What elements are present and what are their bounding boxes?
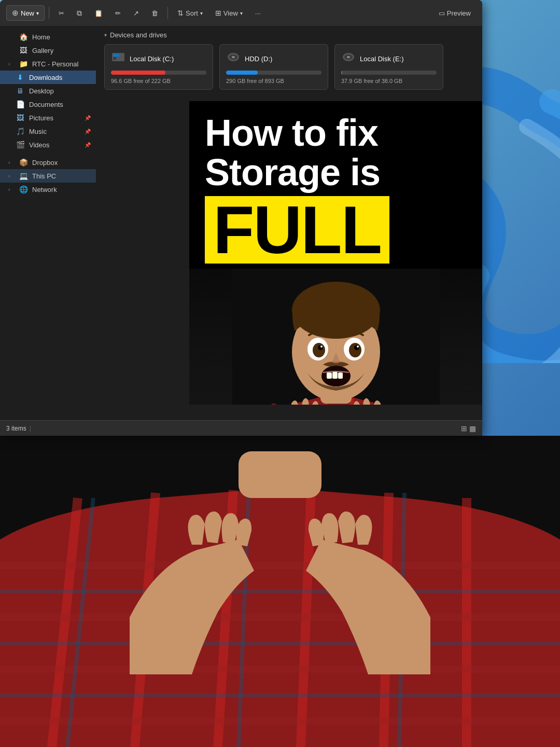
sidebar-item-downloads[interactable]: ⬇ Downloads (0, 71, 96, 84)
gallery-icon: 🖼 (19, 46, 28, 54)
sidebar-item-pictures[interactable]: 🖼 Pictures 📌 (0, 111, 96, 125)
more-button[interactable]: ··· (250, 7, 266, 20)
drive-d-info: 290 GB free of 893 GB (226, 78, 321, 84)
preview-button[interactable]: ▭ Preview (433, 7, 476, 20)
new-chevron-icon: ▾ (36, 10, 39, 16)
new-button[interactable]: ⊕ New ▾ (6, 5, 45, 21)
sidebar-item-downloads-label: Downloads (29, 74, 62, 81)
rtc-icon: 📁 (19, 60, 28, 68)
grid-view-icon[interactable]: ⊞ (461, 424, 467, 433)
dropbox-arrow: › (8, 160, 15, 165)
devices-header: ▾ Devices and drives (104, 31, 474, 39)
copy-icon: ⧉ (77, 9, 82, 18)
sidebar-item-pictures-label: Pictures (29, 114, 53, 122)
thispc-arrow: › (8, 173, 15, 179)
view-chevron-icon: ▾ (240, 10, 243, 16)
music-pin-icon: 📌 (85, 129, 91, 134)
network-icon: 🌐 (19, 185, 28, 193)
delete-icon: 🗑 (151, 9, 158, 17)
toolbar-separator-2 (167, 7, 168, 19)
sort-button-label: Sort (186, 9, 198, 17)
main-area: 🏠 Home 🖼 Gallery › 📁 RTC - Personal ⬇ Do… (0, 26, 482, 420)
svg-rect-31 (327, 372, 332, 379)
sidebar-item-desktop[interactable]: 🖥 Desktop (0, 84, 96, 98)
devices-title: Devices and drives (110, 31, 167, 39)
preview-icon: ▭ (439, 9, 445, 17)
sidebar-item-videos[interactable]: 🎬 Videos 📌 (0, 138, 96, 151)
pictures-pin-icon: 📌 (85, 115, 91, 121)
sidebar-item-documents-label: Documents (29, 101, 63, 108)
new-icon: ⊕ (12, 8, 19, 18)
list-view-icon[interactable]: ▦ (469, 424, 476, 433)
thispc-icon: 💻 (19, 172, 28, 180)
file-explorer-window: ⊕ New ▾ ✂ ⧉ 📋 ✏ ↗ 🗑 ⇅ Sort ▾ (0, 0, 482, 436)
view-icon: ⊞ (215, 9, 221, 17)
desktop-icon: 🖥 (16, 87, 25, 95)
sidebar-item-home-label: Home (32, 33, 50, 41)
thumbnail-text-block: How to fix Storage is FULL (189, 101, 482, 269)
bottom-photo-area (0, 436, 560, 747)
dropbox-icon: 📦 (19, 158, 28, 167)
drive-c-info: 96.6 GB free of 222 GB (111, 78, 206, 84)
view-button[interactable]: ⊞ View ▾ (210, 6, 248, 20)
sidebar-item-thispc[interactable]: › 💻 This PC (0, 169, 96, 183)
svg-point-24 (313, 343, 325, 357)
sidebar: 🏠 Home 🖼 Gallery › 📁 RTC - Personal ⬇ Do… (0, 26, 96, 420)
documents-icon: 📄 (16, 100, 25, 108)
new-button-label: New (21, 9, 34, 17)
sidebar-item-music[interactable]: 🎵 Music 📌 (0, 125, 96, 138)
share-button[interactable]: ↗ (128, 7, 144, 20)
cut-button[interactable]: ✂ (53, 7, 69, 20)
preview-button-label: Preview (447, 9, 471, 17)
person-face-area (189, 269, 482, 405)
paste-button[interactable]: 📋 (89, 7, 108, 20)
sidebar-item-gallery-label: Gallery (32, 47, 53, 54)
sidebar-item-dropbox[interactable]: › 📦 Dropbox (0, 156, 96, 169)
more-icon: ··· (255, 9, 261, 17)
toolbar-separator-1 (49, 7, 49, 19)
bottom-person-svg (0, 436, 560, 747)
toolbar: ⊕ New ▾ ✂ ⧉ 📋 ✏ ↗ 🗑 ⇅ Sort ▾ (0, 0, 482, 26)
sidebar-item-desktop-label: Desktop (29, 87, 54, 95)
sidebar-item-home[interactable]: 🏠 Home (0, 30, 96, 44)
sidebar-item-rtc[interactable]: › 📁 RTC - Personal (0, 57, 96, 71)
drive-c-name: Local Disk (C:) (130, 55, 174, 63)
youtube-thumbnail: How to fix Storage is FULL (189, 101, 482, 405)
items-count: 3 items (6, 425, 26, 432)
sidebar-item-dropbox-label: Dropbox (32, 159, 58, 167)
drive-e-item[interactable]: Local Disk (E:) 37.9 GB free of 38.0 GB (334, 44, 443, 90)
delete-button[interactable]: 🗑 (146, 7, 163, 20)
thumbnail-line1: How to fix (205, 114, 467, 153)
sidebar-item-documents[interactable]: 📄 Documents (0, 98, 96, 111)
svg-rect-33 (338, 372, 343, 379)
drive-c-bar-bg (111, 71, 206, 75)
person-svg (232, 269, 440, 405)
videos-pin-icon: 📌 (85, 142, 91, 148)
sidebar-item-videos-label: Videos (29, 141, 50, 149)
drive-c-item[interactable]: Local Disk (C:) 96.6 GB free of 222 GB (104, 44, 213, 90)
svg-point-29 (357, 345, 359, 348)
svg-point-25 (349, 343, 361, 357)
sort-icon: ⇅ (177, 9, 184, 17)
sort-button[interactable]: ⇅ Sort ▾ (172, 6, 208, 20)
drive-e-info: 37.9 GB free of 38.0 GB (341, 78, 437, 84)
cut-icon: ✂ (59, 9, 64, 17)
rename-icon: ✏ (115, 9, 121, 17)
rtc-arrow: › (8, 61, 15, 67)
network-arrow: › (8, 187, 15, 192)
music-icon: 🎵 (16, 127, 25, 135)
svg-point-28 (320, 345, 323, 348)
copy-button[interactable]: ⧉ (72, 6, 87, 20)
sidebar-item-gallery[interactable]: 🖼 Gallery (0, 44, 96, 57)
view-button-label: View (223, 9, 238, 17)
rename-button[interactable]: ✏ (110, 7, 126, 20)
status-bar: 3 items | ⊞ ▦ (0, 420, 482, 436)
drive-c-icon (111, 50, 125, 67)
drive-d-bar-bg (226, 71, 321, 75)
drive-e-header: Local Disk (E:) (341, 50, 437, 67)
sidebar-item-network[interactable]: › 🌐 Network (0, 183, 96, 196)
drive-d-item[interactable]: HDD (D:) 290 GB free of 893 GB (219, 44, 328, 90)
svg-point-8 (347, 56, 350, 58)
svg-rect-51 (239, 451, 321, 498)
sidebar-item-thispc-label: This PC (32, 172, 56, 180)
